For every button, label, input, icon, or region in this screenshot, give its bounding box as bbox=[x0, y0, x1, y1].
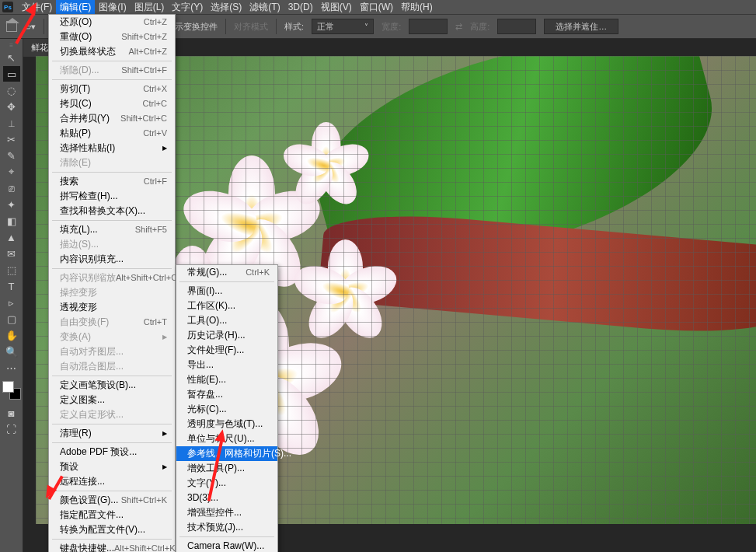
frame-tool[interactable]: ⟂ bbox=[3, 115, 20, 131]
prefs-menu-item[interactable]: 单位与标尺(U)... bbox=[176, 431, 277, 446]
prefs-menu-item[interactable]: 参考线、网格和切片(S)... bbox=[176, 446, 277, 461]
type-tool[interactable]: T bbox=[3, 278, 20, 294]
menu-help[interactable]: 帮助(H) bbox=[397, 0, 437, 16]
prefs-menu-item[interactable]: 工具(O)... bbox=[176, 313, 277, 328]
edit-menu-item[interactable]: 预设 bbox=[49, 459, 175, 474]
prefs-menu-item[interactable]: 文件处理(F)... bbox=[176, 343, 277, 358]
menu-edit[interactable]: 编辑(E) bbox=[56, 0, 95, 16]
lasso-tool[interactable]: ◌ bbox=[3, 82, 20, 98]
menu-type[interactable]: 文字(Y) bbox=[168, 0, 207, 16]
brush-tool[interactable]: ✎ bbox=[3, 148, 20, 163]
edit-menu-item[interactable]: 转换为配置文件(V)... bbox=[49, 522, 175, 537]
prefs-menu-item[interactable]: 性能(E)... bbox=[176, 372, 277, 387]
menu-item-label: 历史记录(H)... bbox=[187, 330, 246, 341]
edit-menu-item[interactable]: 拼写检查(H)... bbox=[49, 189, 175, 204]
stamp-tool[interactable]: ⌖ bbox=[3, 164, 20, 180]
move-tool[interactable]: ↖ bbox=[3, 50, 20, 65]
edit-menu-item[interactable]: 清理(R) bbox=[49, 426, 175, 441]
swap-icon[interactable]: ⇄ bbox=[455, 22, 462, 32]
preferences-submenu: 常规(G)...Ctrl+K界面(I)...工作区(K)...工具(O)...历… bbox=[176, 264, 278, 552]
menu-separator bbox=[179, 281, 274, 282]
zoom-tool[interactable]: 🔍 bbox=[3, 344, 20, 359]
edit-menu-item[interactable]: 搜索Ctrl+F bbox=[49, 174, 175, 189]
ps-logo: Ps bbox=[2, 2, 13, 12]
edit-menu-item[interactable]: 查找和替换文本(X)... bbox=[49, 204, 175, 218]
width-input[interactable] bbox=[409, 19, 448, 34]
edit-menu-item[interactable]: 透视变形 bbox=[49, 300, 175, 315]
prefs-menu-item[interactable]: 增效工具(P)... bbox=[176, 461, 277, 476]
menu-shortcut: Ctrl+Z bbox=[144, 16, 167, 28]
menu-shortcut: Shift+Ctrl+C bbox=[120, 113, 167, 124]
edit-menu-item[interactable]: 定义图案... bbox=[49, 393, 175, 407]
menu-item-label: 增强型控件... bbox=[187, 507, 242, 519]
edit-menu-item[interactable]: 还原(O)Ctrl+Z bbox=[49, 15, 175, 30]
edit-menu-item[interactable]: 远程连接... bbox=[49, 474, 175, 489]
marquee-tool[interactable]: ▭ bbox=[3, 66, 20, 82]
prefs-menu-item[interactable]: 3D(3)... bbox=[176, 491, 277, 505]
edit-menu-item[interactable]: 粘贴(P)Ctrl+V bbox=[49, 126, 175, 141]
color-swatches[interactable] bbox=[2, 381, 21, 400]
foreground-color[interactable] bbox=[2, 381, 14, 393]
edit-menu-item[interactable]: 剪切(T)Ctrl+X bbox=[49, 82, 175, 96]
select-and-mask-button[interactable]: 选择并遮住… bbox=[544, 19, 618, 34]
menu-view[interactable]: 视图(V) bbox=[317, 0, 356, 16]
prefs-menu-item[interactable]: 光标(C)... bbox=[176, 402, 277, 417]
menu-item-label: Camera Raw(W)... bbox=[187, 540, 264, 552]
prefs-menu-item[interactable]: Camera Raw(W)... bbox=[176, 539, 277, 552]
quickmask-icon[interactable]: ◙ bbox=[3, 405, 20, 421]
prefs-menu-item[interactable]: 常规(G)...Ctrl+K bbox=[176, 265, 277, 280]
prefs-menu-item[interactable]: 工作区(K)... bbox=[176, 299, 277, 313]
edit-menu-item[interactable]: 选择性粘贴(I) bbox=[49, 141, 175, 155]
edit-menu-item: 自动混合图层... bbox=[49, 359, 175, 374]
rectangle-tool[interactable]: ⬚ bbox=[3, 262, 20, 278]
style-dropdown[interactable]: 正常 bbox=[312, 19, 374, 34]
edit-menu-item[interactable]: 合并拷贝(Y)Shift+Ctrl+C bbox=[49, 111, 175, 126]
edit-menu-item[interactable]: 内容识别填充... bbox=[49, 252, 175, 267]
edit-menu-item[interactable]: 拷贝(C)Ctrl+C bbox=[49, 96, 175, 111]
prefs-menu-item[interactable]: 暂存盘... bbox=[176, 387, 277, 402]
prefs-menu-item[interactable]: 导出... bbox=[176, 358, 277, 372]
menu-3d[interactable]: 3D(D) bbox=[284, 0, 317, 14]
menu-window[interactable]: 窗口(W) bbox=[356, 0, 397, 16]
path-select-tool[interactable]: ▹ bbox=[3, 295, 20, 310]
edit-menu-item[interactable]: Adobe PDF 预设... bbox=[49, 445, 175, 459]
separator bbox=[276, 19, 277, 34]
tool-preset-icon[interactable]: ▱▾ bbox=[25, 22, 36, 32]
menu-item-label: 渐隐(D)... bbox=[60, 65, 99, 76]
menu-layer[interactable]: 图层(L) bbox=[131, 0, 169, 16]
prefs-menu-item[interactable]: 技术预览(J)... bbox=[176, 520, 277, 535]
prefs-menu-item[interactable]: 界面(I)... bbox=[176, 284, 277, 299]
edit-menu-item: 自动对齐图层... bbox=[49, 344, 175, 359]
menu-item-label: 查找和替换文本(X)... bbox=[60, 205, 145, 217]
screenmode-icon[interactable]: ⛶ bbox=[3, 421, 20, 437]
edit-toolbar-icon[interactable]: ⋯ bbox=[3, 360, 20, 376]
prefs-menu-item[interactable]: 文字(Y)... bbox=[176, 476, 277, 491]
edit-menu-item[interactable]: 填充(L)...Shift+F5 bbox=[49, 222, 175, 237]
menu-file[interactable]: 文件(F) bbox=[18, 0, 56, 16]
height-input[interactable] bbox=[497, 19, 536, 34]
menu-image[interactable]: 图像(I) bbox=[95, 0, 130, 16]
crop-tool[interactable]: ✥ bbox=[3, 99, 20, 114]
pen-tool[interactable]: ✉ bbox=[3, 246, 20, 261]
eraser-tool[interactable]: ⎚ bbox=[3, 180, 20, 196]
menu-select[interactable]: 选择(S) bbox=[207, 0, 246, 16]
gradient-tool[interactable]: ✦ bbox=[3, 197, 20, 212]
menu-item-label: 导出... bbox=[187, 359, 214, 371]
shape-tool[interactable]: ▢ bbox=[3, 311, 20, 327]
menu-item-label: 远程连接... bbox=[60, 476, 105, 487]
prefs-menu-item[interactable]: 增强型控件... bbox=[176, 505, 277, 520]
edit-menu-item[interactable]: 重做(O)Shift+Ctrl+Z bbox=[49, 30, 175, 44]
blur-tool[interactable]: ◧ bbox=[3, 213, 20, 229]
prefs-menu-item[interactable]: 透明度与色域(T)... bbox=[176, 417, 277, 431]
dodge-tool[interactable]: ▲ bbox=[3, 229, 20, 245]
menu-filter[interactable]: 滤镜(T) bbox=[246, 0, 284, 16]
edit-menu-item[interactable]: 指定配置文件... bbox=[49, 508, 175, 522]
hand-tool[interactable]: ✋ bbox=[3, 327, 20, 343]
eyedropper-tool[interactable]: ✂ bbox=[3, 131, 20, 147]
home-icon[interactable] bbox=[6, 21, 17, 32]
edit-menu-item[interactable]: 切换最终状态Alt+Ctrl+Z bbox=[49, 44, 175, 59]
edit-menu-item[interactable]: 键盘快捷键...Alt+Shift+Ctrl+K bbox=[49, 541, 175, 552]
prefs-menu-item[interactable]: 历史记录(H)... bbox=[176, 328, 277, 343]
edit-menu-item[interactable]: 颜色设置(G)...Shift+Ctrl+K bbox=[49, 493, 175, 508]
edit-menu-item[interactable]: 定义画笔预设(B)... bbox=[49, 378, 175, 393]
